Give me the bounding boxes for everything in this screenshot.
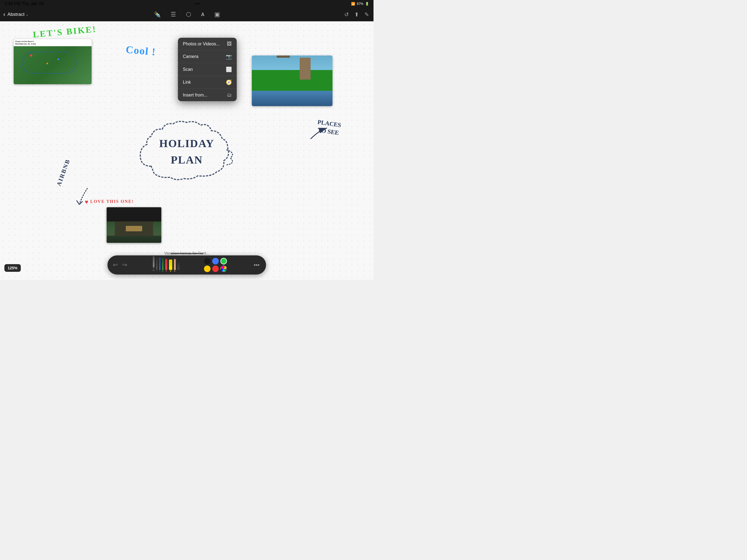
nav-bar: ‹ Abstract ⌄ ✒️ ☰ ⬡ A ▣ ↺ ⬆ ✎	[0, 8, 374, 21]
airbnb-text: AIRBNB	[55, 158, 72, 187]
time-display: 3:39 PM Thu Jan 19	[4, 1, 44, 6]
brush-indicator	[174, 271, 175, 272]
svg-text:HOLIDAY: HOLIDAY	[159, 137, 214, 150]
green-pen-tool[interactable]	[162, 258, 163, 272]
tool-text-lines[interactable]: ☰	[169, 10, 178, 19]
nav-left: ‹ Abstract ⌄	[0, 11, 55, 18]
insert-icon: 🗂	[227, 92, 232, 98]
drawing-tools: A	[153, 257, 180, 273]
battery-icon: 🔋	[365, 2, 369, 6]
dark-brush-indicator	[178, 271, 179, 272]
yellow-marker-body	[169, 259, 172, 270]
dark-pen-body	[156, 258, 157, 270]
undo-redo-group: ↩ ↪	[112, 260, 128, 270]
dark-pen-tool[interactable]	[156, 258, 157, 272]
status-dots: •••	[195, 1, 200, 6]
menu-item-camera[interactable]: Camera 📷	[178, 50, 237, 63]
menu-item-photos[interactable]: Photos or Videos... 🖼	[178, 38, 237, 50]
color-blue[interactable]	[212, 258, 219, 264]
brush-tool[interactable]	[174, 259, 176, 272]
heart-icon: ♥	[85, 199, 88, 206]
cabin-light	[126, 226, 142, 231]
menu-item-photos-label: Photos or Videos...	[183, 42, 220, 47]
cabin-ground	[107, 236, 161, 243]
holiday-cloud: HOLIDAY PLAN	[129, 111, 244, 194]
wifi-icon: 📶	[351, 2, 355, 6]
nav-right: ↺ ⬆ ✎	[319, 11, 374, 18]
menu-item-scan-label: Scan	[183, 67, 193, 72]
menu-item-link[interactable]: Link 🧭	[178, 76, 237, 89]
color-green[interactable]	[221, 258, 227, 264]
color-yellow[interactable]	[204, 265, 210, 272]
tool-font[interactable]: A	[199, 11, 207, 19]
menu-item-camera-label: Camera	[183, 54, 199, 59]
document-title[interactable]: Abstract ⌄	[7, 12, 28, 17]
canvas: LET'S BIKE! Cool ! Peep'n at the Buur'nR…	[0, 21, 374, 280]
green-pen-body	[162, 258, 163, 270]
menu-item-insert[interactable]: Insert from... 🗂	[178, 89, 237, 101]
color-red[interactable]	[212, 265, 219, 272]
love-this-one-text: LOVE THIS ONE!	[90, 199, 134, 204]
blue-pen-indicator	[159, 271, 160, 272]
map-card: Peep'n at the Buur'nReestdal (14, 10, 4 …	[14, 39, 92, 84]
pencil-label: A	[153, 269, 154, 272]
blue-pen-tool[interactable]	[159, 257, 160, 272]
battery-display: 67%	[357, 2, 363, 6]
tower-water	[252, 91, 333, 106]
holiday-plan-svg: HOLIDAY PLAN	[129, 111, 244, 194]
map-body	[14, 46, 92, 84]
share-icon[interactable]: ⬆	[354, 11, 359, 18]
menu-item-scan[interactable]: Scan ⬜	[178, 63, 237, 76]
redo-button[interactable]: ↪	[121, 260, 128, 270]
blue-pen-body	[159, 257, 160, 270]
edit-icon[interactable]: ✎	[364, 11, 369, 18]
toolbar-more-button[interactable]: •••	[252, 261, 262, 269]
red-marker-tool[interactable]	[165, 259, 168, 272]
tool-shapes[interactable]: ⬡	[184, 10, 193, 19]
text-pencil-tool[interactable]: A	[153, 256, 154, 272]
cabin-roof	[107, 207, 161, 222]
menu-item-insert-label: Insert from...	[183, 93, 208, 98]
tool-pen[interactable]: ✒️	[151, 10, 163, 19]
title-chevron: ⌄	[26, 12, 28, 17]
scan-icon: ⬜	[226, 67, 232, 73]
lets-bike-text: LET'S BIKE!	[32, 24, 97, 40]
photos-icon: 🖼	[227, 41, 232, 47]
dark-brush-tool[interactable]	[177, 258, 180, 272]
back-button[interactable]: ‹	[3, 11, 5, 18]
cool-text: Cool !	[125, 43, 156, 58]
tool-media[interactable]: ▣	[212, 10, 222, 19]
status-right: 📶 67% 🔋	[351, 2, 369, 6]
arrow-places	[308, 125, 330, 142]
color-row-bottom	[204, 265, 227, 272]
cabin-walls	[115, 222, 153, 236]
green-pen-indicator	[162, 271, 163, 272]
tower-structure	[300, 58, 311, 80]
yellow-marker-tool[interactable]	[169, 259, 172, 272]
dark-pen-indicator	[156, 271, 157, 272]
tower-trees	[252, 70, 333, 81]
red-marker-body	[165, 259, 168, 270]
history-icon[interactable]: ↺	[344, 11, 349, 18]
cabin-photo	[107, 207, 161, 243]
color-palette	[204, 258, 227, 272]
tower-photo	[252, 55, 333, 106]
color-multicolor[interactable]	[221, 265, 227, 272]
dark-brush-body	[177, 258, 180, 270]
tower-sky	[252, 55, 333, 81]
map-header: Peep'n at the Buur'nReestdal (14, 10, 4 …	[14, 39, 92, 46]
status-bar: 3:39 PM Thu Jan 19 ••• 📶 67% 🔋	[0, 0, 374, 8]
nav-center: ✒️ ☰ ⬡ A ▣	[55, 10, 319, 19]
camera-icon: 📷	[226, 54, 232, 59]
color-row-top	[204, 258, 227, 264]
undo-button[interactable]: ↩	[112, 260, 119, 270]
tower-top	[277, 55, 290, 58]
link-icon: 🧭	[226, 79, 232, 85]
dropdown-menu: Photos or Videos... 🖼 Camera 📷 Scan ⬜ Li…	[178, 38, 237, 101]
svg-text:PLAN: PLAN	[171, 154, 203, 166]
color-black[interactable]	[204, 258, 210, 264]
bottom-toolbar: ↩ ↪ A	[107, 255, 266, 275]
zoom-level: 125%	[8, 266, 18, 270]
red-marker-indicator	[166, 271, 167, 272]
yellow-marker-indicator	[170, 271, 171, 272]
